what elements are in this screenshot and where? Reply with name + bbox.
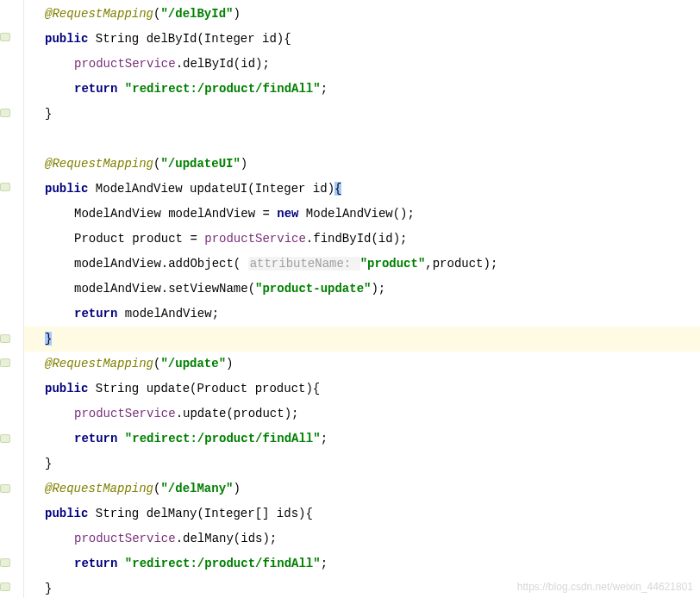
code-line-empty[interactable] — [24, 127, 700, 152]
keyword: public — [45, 182, 88, 196]
semicolon: ; — [321, 557, 328, 570]
keyword: public — [45, 507, 88, 520]
code-text: ModelAndView updateUI(Integer id) — [88, 182, 334, 196]
code-line[interactable]: Product product = productService.findByI… — [24, 227, 700, 252]
code-text: .delById(id); — [176, 57, 270, 71]
code-line[interactable]: public String delById(Integer id){ — [24, 27, 700, 52]
annotation: @RequestMapping — [45, 357, 153, 371]
string-literal: "/updateUI" — [160, 157, 240, 171]
code-line[interactable]: public String update(Product product){ — [24, 377, 700, 402]
space — [117, 432, 124, 445]
field-ref: productService — [74, 57, 176, 71]
brace-selected: { — [334, 182, 341, 196]
code-line[interactable]: public ModelAndView updateUI(Integer id)… — [24, 177, 700, 202]
code-text: modelAndView; — [117, 307, 219, 321]
field-ref: productService — [74, 407, 176, 420]
keyword: new — [277, 207, 298, 221]
code-line[interactable]: modelAndView.setViewName("product-update… — [24, 277, 700, 302]
string-literal: "/delById" — [160, 7, 233, 21]
code-line[interactable]: } — [24, 102, 700, 127]
string-literal: "product-update" — [255, 282, 371, 296]
code-text: ModelAndView(); — [298, 207, 414, 221]
string-literal: "redirect:/product/findAll" — [125, 82, 321, 96]
code-line[interactable]: productService.delMany(ids); — [24, 526, 700, 551]
gutter-mark-icon — [0, 109, 10, 117]
string-literal: "/update" — [160, 357, 226, 371]
paren: ) — [241, 157, 247, 171]
code-line-current[interactable]: } — [24, 327, 700, 352]
inlay-hint: attributeName: — [248, 257, 360, 271]
code-line[interactable]: return "redirect:/product/findAll"; — [24, 551, 700, 576]
code-line[interactable]: @RequestMapping("/updateUI") — [24, 152, 700, 177]
annotation: @RequestMapping — [45, 7, 153, 21]
code-line[interactable]: productService.delById(id); — [24, 52, 700, 77]
space — [117, 557, 124, 570]
code-text: Product product = — [74, 232, 204, 246]
space — [117, 82, 124, 96]
field-ref: productService — [204, 232, 306, 246]
brace: } — [45, 582, 52, 595]
code-line[interactable]: return modelAndView; — [24, 302, 700, 327]
paren: ) — [233, 7, 240, 21]
code-text: .update(product); — [176, 407, 299, 420]
keyword: public — [45, 32, 88, 46]
gutter-mark-icon — [0, 334, 10, 343]
code-text: modelAndView.addObject( — [74, 257, 248, 271]
code-line[interactable]: return "redirect:/product/findAll"; — [24, 427, 700, 452]
string-literal: "/delMany" — [160, 482, 233, 495]
field-ref: productService — [74, 532, 176, 545]
semicolon: ; — [321, 432, 328, 445]
code-line[interactable]: @RequestMapping("/delMany") — [24, 477, 700, 501]
paren: ) — [226, 357, 233, 371]
code-text: .delMany(ids); — [176, 532, 278, 545]
code-editor[interactable]: @RequestMapping("/delById") public Strin… — [24, 0, 700, 598]
code-line[interactable]: modelAndView.addObject( attributeName: "… — [24, 252, 700, 277]
gutter-mark-icon — [0, 358, 10, 367]
code-text: ,product); — [425, 257, 497, 271]
code-line[interactable]: } — [24, 452, 700, 477]
gutter-mark-icon — [0, 582, 10, 591]
gutter-mark-icon — [0, 558, 10, 567]
keyword: return — [74, 307, 117, 321]
code-line[interactable]: return "redirect:/product/findAll"; — [24, 77, 700, 102]
string-literal: "redirect:/product/findAll" — [125, 557, 321, 570]
keyword: return — [74, 557, 117, 570]
keyword: return — [74, 432, 117, 445]
code-line[interactable]: @RequestMapping("/update") — [24, 352, 700, 377]
brace-selected: } — [45, 332, 52, 346]
code-text: modelAndView.setViewName( — [74, 282, 255, 296]
code-text: String update(Product product){ — [88, 382, 320, 396]
gutter-mark-icon — [0, 183, 10, 191]
keyword: return — [74, 82, 117, 96]
brace: } — [45, 457, 52, 470]
code-line[interactable]: } — [24, 576, 700, 598]
gutter-mark-icon — [0, 484, 10, 493]
code-text: String delById(Integer id){ — [88, 32, 291, 46]
annotation: @RequestMapping — [45, 157, 153, 171]
code-line[interactable]: public String delMany(Integer[] ids){ — [24, 501, 700, 526]
brace: } — [45, 107, 52, 121]
paren: ) — [233, 482, 240, 495]
gutter-mark-icon — [0, 434, 10, 443]
string-literal: "product" — [360, 257, 426, 271]
code-line[interactable]: @RequestMapping("/delById") — [24, 2, 700, 27]
code-line[interactable]: ModelAndView modelAndView = new ModelAnd… — [24, 202, 700, 227]
code-text: String delMany(Integer[] ids){ — [88, 507, 312, 520]
code-line[interactable]: productService.update(product); — [24, 402, 700, 427]
gutter-mark-icon — [0, 33, 10, 41]
code-text: ); — [371, 282, 385, 296]
editor-gutter — [0, 0, 24, 598]
keyword: public — [45, 382, 88, 396]
code-text: ModelAndView modelAndView = — [74, 207, 277, 221]
string-literal: "redirect:/product/findAll" — [125, 432, 321, 445]
code-text: .findById(id); — [306, 232, 408, 246]
semicolon: ; — [321, 82, 328, 96]
annotation: @RequestMapping — [45, 482, 153, 495]
